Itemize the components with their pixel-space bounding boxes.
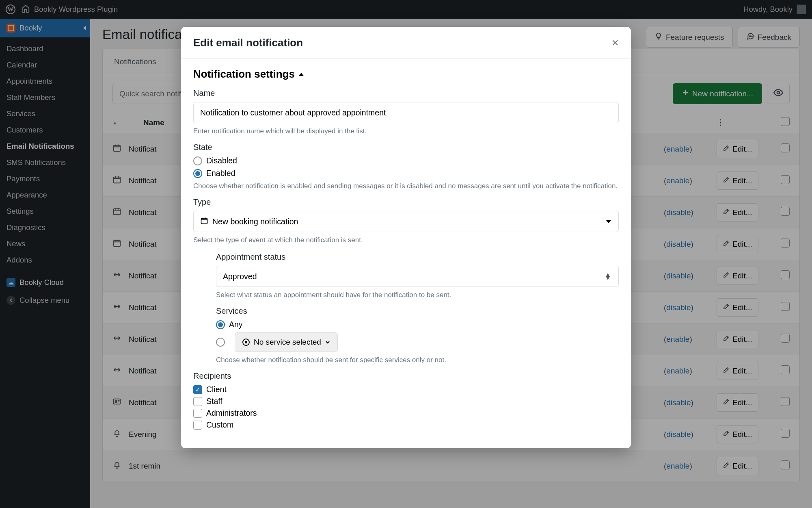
state-hint: Choose whether notification is enabled a… — [193, 182, 619, 190]
modal-header: Edit email notification × — [181, 27, 631, 59]
chevron-down-icon — [606, 220, 611, 223]
close-icon[interactable]: × — [611, 36, 619, 50]
caret-up-icon — [299, 73, 304, 76]
edit-notification-modal: Edit email notification × Notification s… — [181, 27, 631, 448]
checkbox-checked-icon: ✓ — [193, 385, 202, 394]
state-enabled-radio[interactable]: Enabled — [193, 169, 619, 178]
section-notification-settings[interactable]: Notification settings — [193, 68, 619, 80]
services-specific-radio[interactable]: No service selected — [216, 332, 619, 352]
modal-title: Edit email notification — [193, 37, 303, 49]
radio-checked-icon — [193, 169, 202, 178]
target-icon — [242, 339, 250, 346]
type-select[interactable]: New booking notification — [193, 211, 619, 232]
state-disabled-radio[interactable]: Disabled — [193, 156, 619, 165]
checkbox-icon — [193, 397, 202, 406]
appt-status-hint: Select what status an appointment should… — [216, 291, 619, 299]
radio-icon — [216, 338, 225, 347]
appt-status-select[interactable]: Approved ▲▼ — [216, 266, 619, 287]
services-any-radio[interactable]: Any — [216, 320, 619, 329]
type-hint: Select the type of event at which the no… — [193, 236, 619, 244]
recipients-label: Recipients — [193, 371, 619, 381]
recipient-client-checkbox[interactable]: ✓ Client — [193, 385, 619, 394]
modal-body: Notification settings Name Enter notific… — [181, 59, 631, 448]
checkbox-icon — [193, 409, 202, 418]
services-hint: Choose whether notification should be se… — [216, 356, 619, 364]
recipient-custom-checkbox[interactable]: Custom — [193, 420, 619, 430]
name-hint: Enter notification name which will be di… — [193, 127, 619, 135]
recipient-admins-checkbox[interactable]: Administrators — [193, 408, 619, 418]
radio-checked-icon — [216, 320, 225, 329]
svg-rect-10 — [201, 218, 207, 224]
radio-icon — [193, 156, 202, 165]
chevron-down-icon — [325, 338, 330, 347]
appt-status-label: Appointment status — [216, 252, 619, 262]
service-select-button[interactable]: No service selected — [235, 332, 338, 352]
name-label: Name — [193, 89, 619, 98]
calendar-icon — [200, 217, 208, 227]
state-label: State — [193, 143, 619, 152]
services-label: Services — [216, 306, 619, 316]
checkbox-icon — [193, 421, 202, 430]
recipient-staff-checkbox[interactable]: Staff — [193, 397, 619, 406]
sort-icon: ▲▼ — [605, 273, 611, 280]
type-label: Type — [193, 198, 619, 207]
name-input[interactable] — [193, 102, 619, 123]
